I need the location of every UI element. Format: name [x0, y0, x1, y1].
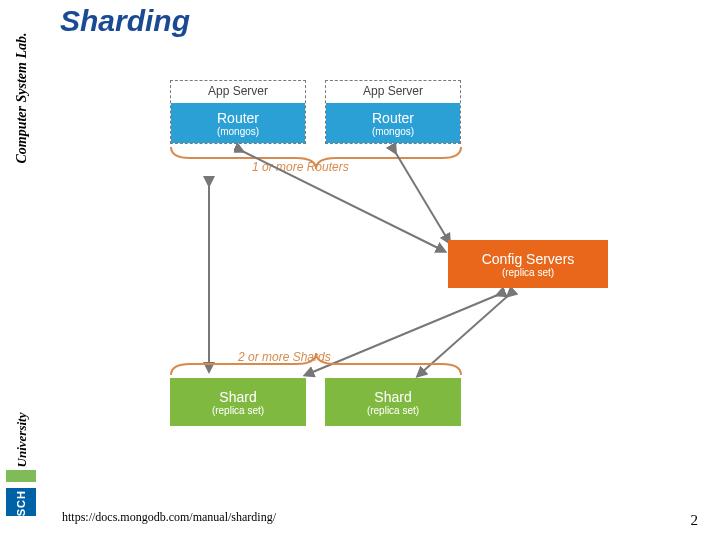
router-1-title: Router: [171, 110, 305, 126]
shard-1-title: Shard: [219, 389, 256, 405]
shard-2-title: Shard: [374, 389, 411, 405]
config-shard-arrow-icon: [300, 288, 540, 380]
router-1-subtitle: (mongos): [171, 126, 305, 137]
footer-url: https://docs.mongodb.com/manual/sharding…: [62, 510, 276, 525]
svg-line-3: [308, 294, 500, 374]
sch-logo-text: SCH: [15, 487, 27, 516]
svg-line-2: [394, 150, 448, 240]
shard-1-subtitle: (replica set): [212, 405, 264, 416]
university-label: University: [14, 413, 30, 468]
config-subtitle: (replica set): [502, 267, 554, 278]
app-server-2: App Server Router (mongos): [325, 80, 461, 144]
app-server-1: App Server Router (mongos): [170, 80, 306, 144]
sharding-diagram: App Server Router (mongos) App Server Ro…: [60, 80, 680, 460]
router-shard-arrow-icon: [200, 176, 218, 374]
lab-label: Computer System Lab.: [14, 32, 30, 163]
router-config-arrow-icon: [234, 140, 454, 270]
router-box-2: Router (mongos): [326, 103, 460, 143]
shards-annotation: 2 or more Shards: [238, 350, 331, 364]
app-server-1-label: App Server: [171, 84, 305, 98]
router-2-subtitle: (mongos): [326, 126, 460, 137]
page-title: Sharding: [60, 4, 190, 38]
page-number: 2: [691, 512, 699, 529]
config-title: Config Servers: [482, 251, 575, 267]
config-servers-box: Config Servers (replica set): [448, 240, 608, 288]
shard-box-2: Shard (replica set): [325, 378, 461, 426]
shard-2-subtitle: (replica set): [367, 405, 419, 416]
shard-box-1: Shard (replica set): [170, 378, 306, 426]
svg-line-1: [240, 150, 442, 250]
sch-logo: SCH: [6, 470, 36, 516]
router-box-1: Router (mongos): [171, 103, 305, 143]
router-2-title: Router: [326, 110, 460, 126]
svg-line-4: [420, 294, 510, 374]
app-server-2-label: App Server: [326, 84, 460, 98]
